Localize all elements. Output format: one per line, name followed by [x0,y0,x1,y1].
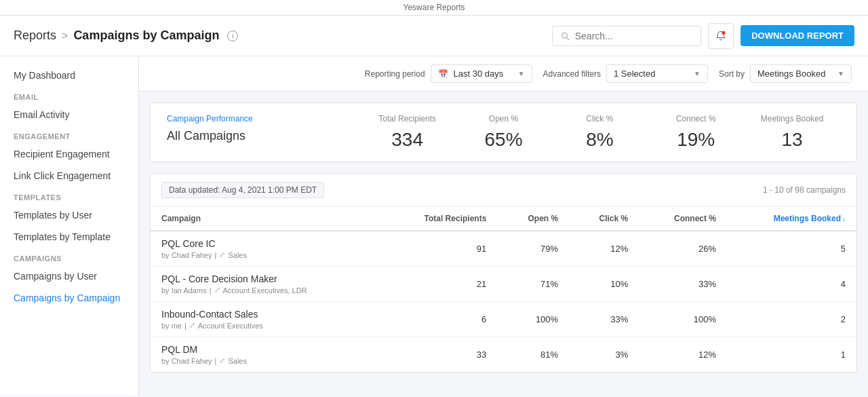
search-input[interactable] [575,31,692,41]
breadcrumb-separator: > [62,30,68,42]
svg-point-2 [722,31,726,34]
col-header-campaign[interactable]: Campaign [151,207,381,231]
table-row[interactable]: PQL DM by Chad Fahey | ⤢ Sales 33 81% 3%… [151,337,856,373]
campaigns-table: Campaign Total Recipients Open % Click %… [151,207,856,373]
col-header-open-pct[interactable]: Open % [497,207,569,231]
campaign-meta: by Chad Fahey | ⤢ Sales [161,356,370,365]
pagination-info: 1 - 10 of 98 campaigns [763,185,846,195]
click-pct-cell: 10% [569,267,639,302]
summary-open-col: Open % 65% [456,114,552,151]
sidebar-item-campaigns-by-campaign[interactable]: Campaigns by Campaign [0,287,138,309]
sidebar-item-campaigns-by-user[interactable]: Campaigns by User [0,265,138,287]
campaign-meta: by Chad Fahey | ⤢ Sales [161,250,370,259]
advanced-filters-chevron-icon: ▼ [694,70,701,77]
data-header: Data updated: Aug 4, 2021 1:00 PM EDT 1 … [151,174,856,207]
reporting-period-select[interactable]: 📅 Last 30 days ▼ [431,64,532,83]
connect-pct-label: Connect % [648,114,744,124]
col-header-connect-pct[interactable]: Connect % [639,207,727,231]
sidebar-item-templates-by-user[interactable]: Templates by User [0,204,138,226]
sort-by-value: Meetings Booked [757,69,825,79]
sidebar-section-campaigns: CAMPAIGNS [0,248,138,265]
total-recipients-cell: 6 [381,302,497,337]
campaign-author: by Ian Adams [161,286,207,295]
share-icon: ⤢ [219,356,225,365]
sidebar: My Dashboard EMAIL Email Activity ENGAGE… [0,56,139,396]
col-header-total-recipients[interactable]: Total Recipients [381,207,497,231]
sort-by-group: Sort by Meetings Booked ▼ [719,64,852,83]
click-pct-label: Click % [551,114,648,124]
campaign-name: Inbound-Contact Sales [161,309,370,320]
download-report-button[interactable]: DOWNLOAD REPORT [741,25,854,46]
table-row[interactable]: Inbound-Contact Sales by me | ⤢ Account … [151,302,856,337]
connect-pct-cell: 12% [639,337,727,373]
summary-card: Campaign Performance All Campaigns Total… [150,102,857,162]
col-header-click-pct[interactable]: Click % [569,207,639,231]
campaign-team: Sales [228,357,247,365]
summary-campaign-col: Campaign Performance All Campaigns [167,114,359,151]
sidebar-item-link-click-engagement[interactable]: Link Click Engagement [0,165,138,187]
info-icon[interactable]: i [227,31,238,41]
meetings-booked-cell: 5 [727,231,856,267]
chevron-down-icon: ▼ [518,70,525,77]
share-icon: ⤢ [189,321,195,330]
svg-line-1 [567,37,569,39]
campaign-cell: PQL DM by Chad Fahey | ⤢ Sales [151,337,381,373]
reporting-period-filter: Reporting period 📅 Last 30 days ▼ [365,64,532,83]
sidebar-section-templates: TEMPLATES [0,187,138,204]
meetings-booked-label: Meetings Booked [744,114,840,124]
reporting-period-label: Reporting period [365,69,425,79]
sidebar-section-email: EMAIL [0,86,138,104]
campaign-team: Account Executives [198,322,263,330]
sidebar-item-templates-by-template[interactable]: Templates by Template [0,226,138,248]
campaign-cell: Inbound-Contact Sales by me | ⤢ Account … [151,302,381,337]
search-icon [561,31,570,41]
table-row[interactable]: PQL Core IC by Chad Fahey | ⤢ Sales 91 7… [151,231,856,267]
total-recipients-cell: 21 [381,267,497,302]
table-row[interactable]: PQL - Core Decision Maker by Ian Adams |… [151,267,856,302]
sort-by-chevron-icon: ▼ [837,70,844,77]
sidebar-item-email-activity[interactable]: Email Activity [0,104,138,126]
sidebar-item-my-dashboard[interactable]: My Dashboard [0,64,138,86]
open-pct-cell: 81% [497,337,569,373]
campaign-performance-label: Campaign Performance [167,114,359,124]
breadcrumb: Reports > Campaigns by Campaign i [14,29,238,43]
filters-bar: Reporting period 📅 Last 30 days ▼ Advanc… [139,56,868,92]
sort-by-select[interactable]: Meetings Booked ▼ [750,64,852,83]
advanced-filters-group: Advanced filters 1 Selected ▼ [543,64,708,83]
summary-total-recipients-col: Total Recipients 334 [359,114,456,151]
bell-icon [715,31,726,41]
campaign-team: Account Executives, LDR [223,286,307,295]
bell-button[interactable] [708,23,734,49]
summary-connect-col: Connect % 19% [648,114,744,151]
reporting-period-value: Last 30 days [454,69,504,79]
click-pct-cell: 33% [569,302,639,337]
col-header-meetings-booked[interactable]: Meetings Booked↓ [727,207,856,231]
data-updated-badge: Data updated: Aug 4, 2021 1:00 PM EDT [161,182,324,198]
campaign-name: PQL DM [161,344,370,355]
open-pct-value: 65% [456,129,552,151]
campaign-author: by Chad Fahey [161,357,212,365]
open-pct-cell: 71% [497,267,569,302]
sidebar-item-recipient-engagement[interactable]: Recipient Engagement [0,143,138,165]
meetings-booked-cell: 4 [727,267,856,302]
meetings-booked-value: 13 [744,129,840,151]
campaign-name: PQL Core IC [161,238,370,249]
total-recipients-cell: 91 [381,231,497,267]
header: Reports > Campaigns by Campaign i DOWNLO… [0,16,868,56]
data-section: Data updated: Aug 4, 2021 1:00 PM EDT 1 … [150,173,857,373]
breadcrumb-parent[interactable]: Reports [14,29,56,43]
share-icon: ⤢ [219,250,225,259]
campaign-team: Sales [228,251,247,259]
top-bar: Yesware Reports [0,0,868,16]
connect-pct-cell: 26% [639,231,727,267]
header-right: DOWNLOAD REPORT [552,23,854,49]
main-content: Reporting period 📅 Last 30 days ▼ Advanc… [139,56,868,396]
total-recipients-value: 334 [359,129,456,151]
click-pct-cell: 12% [569,231,639,267]
campaign-meta: by Ian Adams | ⤢ Account Executives, LDR [161,286,370,295]
total-recipients-label: Total Recipients [359,114,456,124]
advanced-filters-select[interactable]: 1 Selected ▼ [606,64,708,83]
advanced-filters-label: Advanced filters [543,69,601,79]
search-box[interactable] [552,26,701,46]
click-pct-value: 8% [551,129,648,151]
